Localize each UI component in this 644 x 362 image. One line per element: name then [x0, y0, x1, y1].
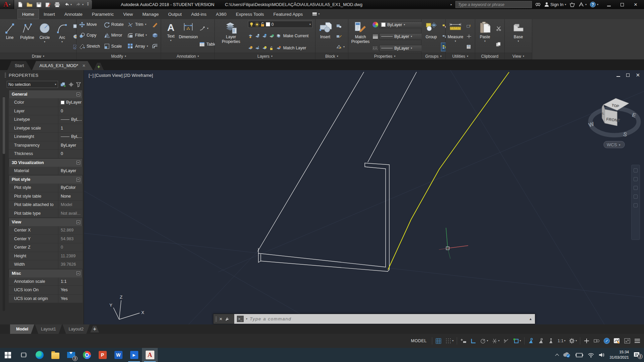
layer-color-swatch[interactable] — [266, 22, 270, 27]
match-layer-button[interactable]: Match Layer — [283, 46, 306, 50]
close-tab-icon[interactable]: ✕ — [82, 63, 86, 68]
lineweight-icon[interactable] — [373, 34, 378, 39]
section-misc[interactable]: Misc− — [9, 269, 83, 277]
text-button[interactable]: A Text▾ — [162, 20, 179, 53]
graphics-performance-button[interactable] — [612, 336, 622, 346]
layer-select-dropdown[interactable]: 0 ▾ — [248, 21, 312, 28]
viewport-close-button[interactable]: ✕ — [636, 72, 640, 78]
collapse-icon[interactable]: − — [77, 93, 80, 96]
pan-icon[interactable] — [634, 177, 638, 181]
section-view[interactable]: View− — [9, 218, 83, 226]
insert-button[interactable]: Insert — [317, 20, 334, 53]
ribbon-tab[interactable]: Add-ins — [186, 9, 211, 19]
mail-taskbar-icon[interactable]: 3 — [63, 348, 79, 362]
collapse-icon[interactable]: − — [77, 220, 80, 224]
ribbon-tab[interactable]: Insert — [39, 9, 60, 19]
movies-tv-taskbar-icon[interactable]: ▶ — [126, 348, 142, 362]
infer-constraints-toggle[interactable] — [459, 336, 468, 346]
fillet-button[interactable]: Fillet▾ — [126, 31, 149, 40]
property-row[interactable]: Center Z 0 — [9, 243, 83, 252]
clean-screen-button[interactable] — [623, 336, 632, 346]
layer-thaw-sun-icon[interactable] — [255, 22, 259, 27]
new-drawing-button[interactable] — [17, 2, 23, 7]
hardware-acceleration-toggle[interactable] — [602, 336, 611, 346]
array-button[interactable]: Array▾ — [126, 42, 149, 51]
speaker-tray-icon[interactable] — [599, 352, 605, 358]
offset-button[interactable] — [151, 42, 160, 51]
showmotion-icon[interactable] — [634, 203, 638, 207]
grid-display-toggle[interactable] — [434, 336, 443, 346]
word-taskbar-icon[interactable]: W — [110, 348, 126, 362]
scale-button[interactable]: Scale — [103, 42, 125, 51]
object-snap-toggle[interactable]: ▾ — [512, 336, 523, 346]
edit-attributes-button[interactable]: ▾ — [335, 43, 346, 51]
palette-scrollbar[interactable] — [3, 96, 5, 311]
autodesk-360-icon[interactable]: ▾ — [579, 2, 587, 7]
layer-match-icon[interactable] — [276, 46, 281, 51]
annotation-scale-button[interactable]: 1:1▾ — [556, 336, 567, 346]
circle-button[interactable]: Circle▾ — [36, 20, 53, 53]
paste-button[interactable]: Paste▾ — [477, 20, 493, 53]
plot-button[interactable] — [54, 2, 60, 7]
layer-vp-freeze-icon[interactable] — [255, 46, 260, 51]
select-objects-icon[interactable] — [68, 82, 73, 87]
save-button[interactable] — [36, 2, 42, 7]
new-layout-button[interactable]: + — [90, 326, 99, 332]
linetype-icon[interactable] — [373, 46, 378, 51]
property-row[interactable]: Transparency ByLayer — [9, 141, 83, 150]
property-row[interactable]: Lineweight ByL... — [9, 133, 83, 141]
zoom-icon[interactable] — [634, 186, 638, 190]
navigation-bar[interactable] — [631, 165, 640, 240]
annotation-panel-label[interactable]: Annotation▾ — [161, 53, 214, 59]
groups-panel-label[interactable]: Groups▾ — [422, 53, 445, 59]
modify-panel-label[interactable]: Modify▾ — [77, 53, 161, 59]
property-row[interactable]: Center X 52.869 — [9, 226, 83, 235]
quick-select-palette-icon[interactable] — [76, 82, 81, 87]
dimension-button[interactable]: Dimension — [180, 20, 197, 53]
drawing-canvas[interactable]: Z Y X W S E TOP FRONT L WCS ▾ [−] — [84, 70, 644, 324]
property-row[interactable]: Height 11.2389 — [9, 252, 83, 261]
create-block-button[interactable] — [335, 22, 346, 31]
copy-clip-icon[interactable] — [495, 40, 503, 49]
property-row[interactable]: Linetype ByL... — [9, 115, 83, 124]
isolate-objects-button[interactable] — [592, 336, 601, 346]
file-explorer-taskbar-icon[interactable] — [47, 348, 63, 362]
copy-button[interactable]: Copy — [78, 31, 101, 40]
rotate-button[interactable]: Rotate — [103, 20, 125, 29]
ribbon-tab[interactable]: A360 — [211, 9, 231, 19]
make-current-button[interactable]: Make Current — [283, 34, 309, 38]
layer-off-bulb-icon[interactable] — [248, 46, 253, 51]
wifi-tray-icon[interactable] — [588, 353, 594, 358]
exchange-apps-icon[interactable] — [569, 2, 575, 7]
property-row[interactable]: Layer 0 — [9, 107, 83, 116]
viewport-view-control[interactable]: [Custom View] — [95, 73, 123, 78]
help-button[interactable]: ?▾ — [590, 2, 598, 7]
layer-off-icon[interactable] — [262, 34, 267, 39]
ribbon-tab[interactable]: Parametric — [87, 9, 118, 19]
layer-lock-icon[interactable] — [262, 46, 267, 51]
id-point-button[interactable] — [465, 32, 473, 41]
trim-button[interactable]: Trim▾ — [126, 20, 149, 29]
close-button[interactable]: × — [633, 1, 638, 8]
stretch-button[interactable]: Stretch — [78, 42, 101, 51]
polar-tracking-toggle[interactable]: ▾ — [479, 336, 490, 346]
wireframe-geometry[interactable] — [258, 72, 416, 271]
layers-panel-label[interactable]: Layers▾ — [215, 53, 315, 59]
ribbon-tab[interactable]: Express Tools — [231, 9, 269, 19]
draw-panel-label[interactable]: Draw▾ — [0, 53, 76, 59]
viewport-restore-button[interactable] — [626, 72, 630, 78]
mirror-button[interactable]: Mirror — [103, 31, 125, 40]
properties-panel-label[interactable]: Properties▾ — [348, 53, 421, 59]
task-view-button[interactable] — [16, 348, 32, 362]
utilities-panel-label[interactable]: Utilities▾ — [446, 53, 475, 59]
properties-palette-header[interactable]: PROPERTIES — [0, 70, 84, 80]
viewport-minimize-control[interactable]: [−] — [89, 73, 94, 78]
make-current-icon[interactable] — [276, 34, 281, 39]
group-button[interactable]: Group — [423, 20, 440, 53]
layout2-tab[interactable]: Layout2 — [63, 324, 90, 334]
edge-taskbar-icon[interactable] — [32, 348, 47, 362]
command-grip[interactable] — [215, 317, 217, 321]
ribbon-display-toggle[interactable]: ▾ — [312, 9, 319, 19]
isometric-drafting-toggle[interactable]: ▾ — [490, 336, 501, 346]
search-icon[interactable] — [535, 2, 541, 7]
